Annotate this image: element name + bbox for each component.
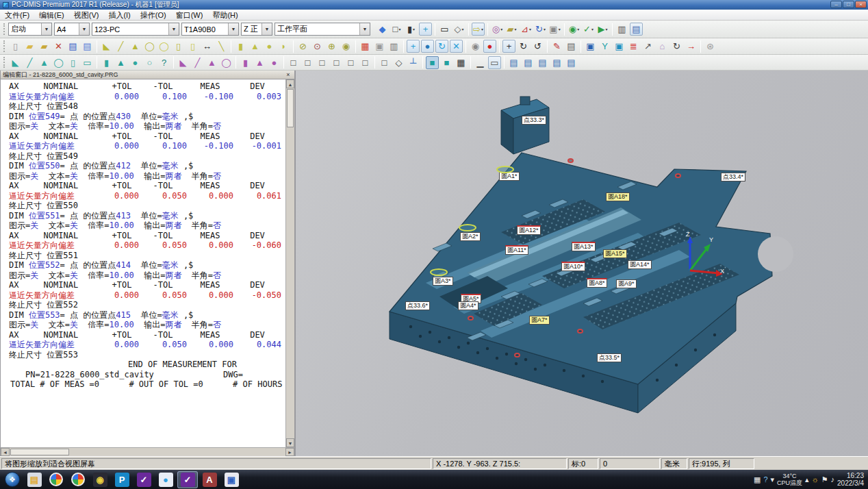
measure-ellipse-icon[interactable]: ◯ (157, 40, 170, 53)
gears-icon[interactable]: ⊛ (704, 40, 717, 53)
purple-solid-cone-icon[interactable]: ▲ (253, 56, 266, 69)
edit-window-close-icon[interactable]: × (284, 71, 292, 79)
cube-view-6-icon[interactable]: □ (359, 56, 372, 69)
sphere-view-icon[interactable]: ● (421, 40, 434, 53)
maximize-button[interactable]: □ (843, 1, 854, 8)
globe-icon[interactable]: ◉ (469, 40, 482, 53)
minimize-button[interactable]: – (830, 1, 842, 8)
teal-slot-icon[interactable]: ▭ (81, 56, 94, 69)
chevron-down-icon[interactable]: ▾ (591, 27, 593, 32)
angle-dimension-icon[interactable]: ⊿▾ (520, 23, 533, 36)
window-app[interactable]: ▣ (221, 471, 242, 488)
cube-octa-icon[interactable]: ◇ (392, 56, 405, 69)
lamp-icon[interactable]: ⌂ (656, 40, 669, 53)
feature-label[interactable]: 圆A13* (572, 242, 596, 251)
fit-view-icon[interactable]: + (419, 23, 432, 36)
horizontal-scrollbar[interactable]: ◄ ► (1, 447, 294, 456)
measure-point-icon[interactable]: ◣ (100, 40, 113, 53)
cube-view-5-icon[interactable]: □ (344, 56, 357, 69)
cube-view-3-icon[interactable]: □ (316, 56, 329, 69)
comment-icon[interactable]: ▭ (438, 23, 451, 36)
cad-app-2[interactable]: ✓ (177, 471, 198, 488)
cube-view-4-icon[interactable]: □ (330, 56, 343, 69)
keyboard-icon[interactable]: ▦ (754, 475, 761, 484)
feature-label[interactable]: 圆A8* (587, 278, 607, 288)
copy-gray-icon[interactable]: ▣ (373, 40, 386, 53)
teal-solid-cone-icon[interactable]: ▲ (114, 56, 127, 69)
vertical-scroll-track[interactable] (286, 128, 294, 438)
mesh-sphere-icon[interactable]: ◉ (340, 40, 353, 53)
pan-view-icon[interactable]: + (502, 40, 515, 53)
teal-cube-icon[interactable]: ■ (440, 56, 453, 69)
tip-combo[interactable]: T1A90B0▼ (181, 23, 239, 36)
measured-line-icon[interactable]: ▰▾ (505, 23, 518, 36)
measurement-report[interactable]: AX NOMINAL+TOL-TOLMEASDEV逼近矢量方向偏差0.0000.… (1, 79, 285, 447)
chevron-down-icon[interactable]: ▾ (461, 27, 463, 32)
menu-item-3[interactable]: 插入(I) (103, 10, 135, 21)
execute-play-icon[interactable]: ▶▾ (596, 23, 609, 36)
chevron-down-icon[interactable]: ▾ (771, 475, 775, 484)
chevron-up-icon[interactable]: ▴ (805, 475, 809, 484)
solid-part-icon[interactable]: ▣ (584, 40, 597, 53)
chevron-down-icon[interactable]: ▼ (79, 23, 89, 35)
red-sphere-icon[interactable]: ● (483, 40, 496, 53)
rgb-layers-icon[interactable]: ≣ (627, 40, 640, 53)
toolbar-drag-handle[interactable] (3, 23, 6, 36)
delete-file-icon[interactable]: ✕ (52, 40, 65, 53)
network-flag-icon[interactable]: ⚑ (821, 475, 828, 484)
verify-circle-icon[interactable]: ◉▾ (567, 23, 580, 36)
verify-check-icon[interactable]: ✓▾ (582, 23, 595, 36)
save-as-icon[interactable]: ▤ (81, 40, 94, 53)
teal-circle-icon[interactable]: ◯ (52, 56, 65, 69)
import-file-icon[interactable]: ▰ (38, 40, 51, 53)
startup-combo[interactable]: 启动▼ (8, 23, 52, 36)
axis-combo[interactable]: Z 正▼ (241, 23, 272, 36)
measure-slot-icon[interactable]: ▯ (186, 40, 199, 53)
gauge-circle-icon[interactable]: ⊘ (296, 40, 309, 53)
feature-label[interactable]: 点33.5* (597, 353, 622, 362)
help-icon[interactable]: ? (763, 475, 767, 484)
menu-item-4[interactable]: 操作(O) (136, 10, 171, 21)
cube-iso-icon[interactable]: □ (378, 56, 391, 69)
menu-item-0[interactable]: 文件(F) (0, 10, 34, 21)
clock[interactable]: 16:232022/3/4 (837, 472, 864, 487)
feature-label[interactable]: 圆A11* (505, 245, 528, 255)
scroll-left-icon[interactable]: ◄ (1, 448, 10, 456)
probe-tip-icon[interactable]: ▮▾ (405, 23, 418, 36)
chevron-down-icon[interactable]: ▾ (544, 27, 546, 32)
feature-label[interactable]: 圆A7* (529, 316, 550, 325)
vertical-scroll-thumb[interactable] (287, 89, 294, 127)
solid-sphere-icon[interactable]: ● (263, 40, 276, 53)
teal-solid-cylinder-icon[interactable]: ▮ (100, 56, 113, 69)
camera-icon[interactable]: ▣ (613, 40, 626, 53)
teal-ring-icon[interactable]: ○ (143, 56, 156, 69)
start-button[interactable]: ❖ (2, 471, 23, 488)
cad-viewport[interactable]: 点33.3*点33.4*圆A1*圆A18*圆A2*圆A12*圆A11*圆A13*… (296, 71, 868, 456)
explorer[interactable]: ▤ (24, 471, 44, 488)
purple-plane-icon[interactable]: ▲ (205, 56, 218, 69)
save-file-icon[interactable]: ▤ (66, 40, 79, 53)
scroll-up-icon[interactable]: ▲ (286, 79, 294, 88)
chevron-down-icon[interactable]: ▾ (514, 27, 516, 32)
menu-item-1[interactable]: 编辑(E) (34, 10, 69, 21)
workplane-combo[interactable]: 工作平面▼ (275, 23, 370, 36)
chevron-down-icon[interactable]: ▾ (559, 27, 561, 32)
feature-label[interactable]: 圆A2* (460, 232, 481, 241)
pdf-reader[interactable]: A (199, 471, 220, 488)
ruler-icon[interactable]: ▥ (615, 23, 628, 36)
measure-width-icon[interactable]: ↔ (201, 40, 214, 53)
purple-solid-cylinder-icon[interactable]: ▮ (239, 56, 252, 69)
feature-label[interactable]: 圆A10* (561, 262, 585, 271)
chrome[interactable] (68, 471, 88, 488)
probe-pen-icon[interactable]: ✎ (550, 40, 563, 53)
rotate-2d-icon[interactable]: ↻ (517, 40, 530, 53)
next-feature-icon[interactable]: ⇨▾ (472, 23, 485, 36)
edit-window-titlebar[interactable]: 编辑窗口 - 21-8228_6000_std_cavity.PRG × (1, 71, 294, 79)
probe-icon[interactable]: ◆ (376, 23, 389, 36)
volume-muted-icon[interactable]: ♪ (831, 475, 835, 484)
report-window-3-icon[interactable]: ▤ (550, 56, 563, 69)
close-button[interactable]: × (855, 1, 867, 8)
red-arrow-icon[interactable]: → (685, 40, 698, 53)
vertical-scrollbar[interactable]: ▲ ▼ (285, 79, 294, 447)
measure-line-icon[interactable]: ╱ (114, 40, 127, 53)
